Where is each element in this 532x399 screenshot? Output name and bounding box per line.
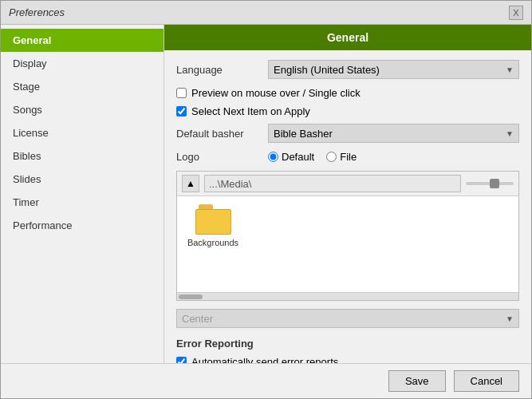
preview-checkbox[interactable] — [176, 88, 187, 98]
language-row: Language English (United States) ▼ — [176, 60, 519, 79]
save-button[interactable]: Save — [388, 370, 446, 392]
auto-send-row: Automatically send error reports — [176, 356, 519, 363]
sidebar-item-performance[interactable]: Performance — [1, 214, 164, 237]
center-dropdown-row: Center ▼ — [176, 309, 519, 328]
path-value: ...\Media\ — [209, 178, 251, 190]
panel-header: General — [164, 25, 531, 50]
preview-label: Preview on mouse over / Single click — [191, 87, 361, 99]
file-toolbar: ▲ ...\Media\ — [177, 172, 518, 196]
language-value: English (United States) — [274, 64, 380, 76]
path-field: ...\Media\ — [204, 175, 461, 192]
sidebar-item-songs[interactable]: Songs — [1, 98, 164, 121]
chevron-down-icon: ▼ — [506, 65, 514, 74]
preview-checkbox-row: Preview on mouse over / Single click — [176, 87, 519, 99]
logo-default-option[interactable]: Default — [268, 151, 314, 163]
logo-default-label: Default — [282, 151, 314, 163]
close-button[interactable]: X — [509, 6, 523, 20]
error-reporting-label: Error Reporting — [176, 338, 519, 350]
logo-row: Logo Default File — [176, 151, 519, 163]
sidebar-item-display[interactable]: Display — [1, 52, 164, 75]
select-next-checkbox[interactable] — [176, 106, 187, 117]
slider-thumb — [490, 179, 499, 188]
size-slider[interactable] — [466, 182, 514, 185]
default-basher-dropdown[interactable]: Bible Basher ▼ — [268, 124, 519, 143]
center-label: Center — [182, 313, 213, 325]
sidebar: General Display Stage Songs License Bibl… — [1, 25, 164, 363]
file-area: Backgrounds — [177, 196, 518, 292]
select-next-checkbox-row: Select Next Item on Apply — [176, 105, 519, 117]
chevron-down-icon: ▼ — [506, 129, 514, 138]
language-label: Language — [176, 64, 268, 76]
title-bar: Preferences X — [1, 1, 531, 25]
folder-icon — [195, 204, 231, 235]
logo-file-radio[interactable] — [326, 152, 337, 162]
sidebar-item-stage[interactable]: Stage — [1, 75, 164, 98]
panel-content: Language English (United States) ▼ Previ… — [164, 50, 531, 363]
default-basher-value: Bible Basher — [274, 128, 333, 140]
center-dropdown[interactable]: Center ▼ — [176, 309, 519, 328]
main-panel: General Language English (United States)… — [164, 25, 531, 363]
error-reporting-section: Error Reporting Automatically send error… — [176, 338, 519, 363]
sidebar-item-license[interactable]: License — [1, 121, 164, 144]
file-scrollbar[interactable] — [177, 292, 518, 300]
dialog-title: Preferences — [9, 6, 65, 18]
folder-label: Backgrounds — [187, 238, 238, 247]
folder-item-backgrounds[interactable]: Backgrounds — [185, 204, 241, 247]
sidebar-item-bibles[interactable]: Bibles — [1, 144, 164, 168]
logo-file-option[interactable]: File — [326, 151, 357, 163]
cancel-button[interactable]: Cancel — [454, 370, 519, 392]
sidebar-item-general[interactable]: General — [1, 29, 164, 52]
sidebar-item-slides[interactable]: Slides — [1, 168, 164, 191]
footer: Save Cancel — [1, 363, 531, 398]
scroll-thumb — [179, 294, 203, 299]
up-button[interactable]: ▲ — [182, 175, 199, 192]
file-browser: ▲ ...\Media\ — [176, 171, 519, 301]
logo-default-radio[interactable] — [268, 152, 278, 162]
chevron-down-icon: ▼ — [506, 314, 514, 323]
auto-send-checkbox[interactable] — [176, 357, 187, 363]
logo-radio-group: Default File — [268, 151, 357, 163]
slider-control[interactable] — [466, 175, 514, 192]
auto-send-label: Automatically send error reports — [191, 356, 338, 363]
language-dropdown[interactable]: English (United States) ▼ — [268, 60, 519, 79]
logo-label: Logo — [176, 151, 268, 163]
default-basher-row: Default basher Bible Basher ▼ — [176, 124, 519, 143]
folder-body — [195, 209, 231, 235]
preferences-dialog: Preferences X General Display Stage Song… — [0, 0, 532, 399]
dialog-content: General Display Stage Songs License Bibl… — [1, 25, 531, 363]
sidebar-item-timer[interactable]: Timer — [1, 191, 164, 214]
select-next-label: Select Next Item on Apply — [191, 105, 310, 117]
logo-file-label: File — [340, 151, 357, 163]
default-basher-label: Default basher — [176, 128, 268, 140]
